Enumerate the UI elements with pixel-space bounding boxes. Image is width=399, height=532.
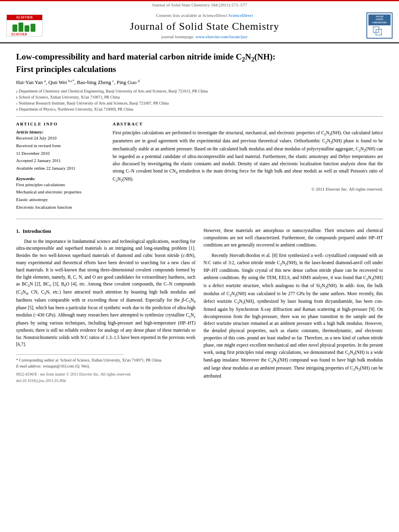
body-text-section: 1. Introduction Due to the importance in… bbox=[16, 227, 383, 384]
affil-c: c Nonlinear Research Institute, Baoji Un… bbox=[16, 100, 383, 106]
article-info-heading: ARTICLE INFO bbox=[16, 121, 105, 126]
header-divider bbox=[16, 116, 383, 117]
crystal-structure-icon bbox=[368, 25, 391, 37]
sciencedirect-label: Contents lists available at ScienceDirec… bbox=[156, 13, 227, 18]
svg-rect-3 bbox=[31, 24, 35, 32]
body-col-right: However, these materials are amorphous o… bbox=[204, 227, 383, 384]
elsevier-logo-top: ELSEVIER bbox=[7, 15, 42, 20]
footnote-email: E-mail address: weiaqun@163.com (Q. Wei)… bbox=[16, 363, 195, 369]
svg-rect-0 bbox=[12, 25, 17, 32]
volume-info: Journal of Solid State Chemistry 184 (20… bbox=[0, 1, 399, 8]
keywords-label: Keywords: bbox=[16, 176, 105, 181]
body-divider bbox=[16, 219, 383, 219]
issn-doi-bar: 0022-4596/$ - see front matter © 2011 El… bbox=[16, 371, 195, 384]
journal-title-block: Contents lists available at ScienceDirec… bbox=[47, 12, 362, 39]
footnote-star: * Corresponding author at: School of Sci… bbox=[16, 357, 195, 363]
article-dates: Received 24 July 2010 Received in revise… bbox=[16, 134, 105, 172]
section1-heading: 1. Introduction bbox=[16, 227, 195, 235]
journal-logo-right: SOLID STATE CHEMISTRY bbox=[366, 12, 393, 39]
elsevier-tree-icon: ELSEVIER bbox=[10, 21, 39, 36]
footnote-divider bbox=[16, 354, 124, 355]
affil-d: d Department of Physics, Northwest Unive… bbox=[16, 106, 383, 112]
footnotes-block: * Corresponding author at: School of Sci… bbox=[16, 357, 195, 369]
authors-line: Hai-Yan Yan a, Qun Wei b,c*, Bao-bing Zh… bbox=[16, 79, 383, 86]
intro-para-1: Due to the importance in fundamental sci… bbox=[16, 238, 195, 349]
svg-line-9 bbox=[373, 32, 376, 35]
abstract-panel: ABSTRACT First principles calculations a… bbox=[113, 121, 383, 215]
affil-b: b School of Science, Xidian University, … bbox=[16, 94, 383, 100]
doi-text: doi:10.1016/j.jssc.2011.01.004 bbox=[16, 378, 195, 384]
intro-para-right-2: Recently Horvath-Bordon et al. [8] first… bbox=[204, 252, 383, 380]
volume-text: Journal of Solid State Chemistry 184 (20… bbox=[152, 2, 247, 7]
history-label: Article history: bbox=[16, 129, 105, 134]
elsevier-logo: ELSEVIER ELSEVIER bbox=[6, 14, 43, 37]
svg-rect-1 bbox=[19, 23, 23, 32]
issn-text: 0022-4596/$ - see front matter © 2011 El… bbox=[16, 371, 195, 378]
svg-line-10 bbox=[379, 32, 382, 35]
affil-a: a Department of Chemistry and Chemical E… bbox=[16, 88, 383, 94]
svg-line-7 bbox=[373, 27, 376, 29]
article-info-panel: ARTICLE INFO Article history: Received 2… bbox=[16, 121, 105, 215]
body-two-columns: 1. Introduction Due to the importance in… bbox=[16, 227, 383, 384]
journal-homepage: journal homepage: www.elsevier.com/locat… bbox=[47, 34, 362, 39]
abstract-text: First principles calculations are perfor… bbox=[113, 129, 383, 183]
sciencedirect-link[interactable]: ScienceDirect bbox=[228, 13, 253, 18]
article-history: Article history: Received 24 July 2010 R… bbox=[16, 129, 105, 172]
journal-logo-label: SOLID STATE CHEMISTRY bbox=[368, 14, 391, 25]
journal-header: ELSEVIER ELSEVIER Contents lists availab… bbox=[0, 8, 399, 43]
body-col-left: 1. Introduction Due to the importance in… bbox=[16, 227, 195, 384]
paper-container: Low-compressibility and hard material ca… bbox=[0, 43, 399, 392]
svg-line-8 bbox=[379, 27, 382, 29]
svg-rect-2 bbox=[25, 25, 29, 32]
journal-title: Journal of Solid State Chemistry bbox=[47, 21, 362, 33]
svg-text:ELSEVIER: ELSEVIER bbox=[11, 33, 27, 36]
affiliations-block: a Department of Chemistry and Chemical E… bbox=[16, 88, 383, 112]
intro-para-right-1: However, these materials are amorphous o… bbox=[204, 227, 383, 249]
keywords-section: Keywords: First principles calculations … bbox=[16, 176, 105, 211]
keywords-list: First principles calculations Mechanical… bbox=[16, 181, 105, 211]
abstract-heading: ABSTRACT bbox=[113, 121, 383, 126]
info-abstract-row: ARTICLE INFO Article history: Received 2… bbox=[16, 121, 383, 215]
copyright-notice: © 2011 Elsevier Inc. All rights reserved… bbox=[113, 187, 383, 191]
homepage-link[interactable]: www.elsevier.com/locate/jssc bbox=[195, 34, 248, 39]
paper-title: Low-compressibility and hard material ca… bbox=[16, 51, 383, 75]
